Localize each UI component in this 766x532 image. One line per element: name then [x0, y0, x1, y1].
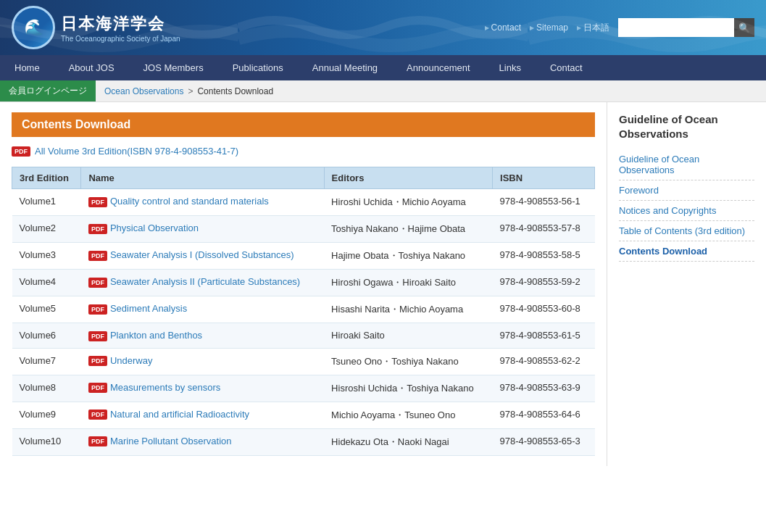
table-row: Volume9PDFNatural and artificial Radioac… — [12, 402, 595, 428]
table-row: Volume6PDFPlankton and BenthosHiroaki Sa… — [12, 323, 595, 349]
table-header-row: 3rd Edition Name Editors ISBN — [12, 167, 595, 189]
volume-link[interactable]: Sediment Analysis — [110, 303, 187, 314]
volume-link[interactable]: Marine Pollutant Observation — [110, 436, 232, 446]
cell-edition: Volume9 — [12, 402, 81, 428]
cell-editors: Hisroshi Uchida・Toshiya Nakano — [324, 375, 492, 402]
sidebar: Guideline of Ocean Observations Guidelin… — [607, 102, 766, 466]
pdf-icon: PDF — [88, 278, 107, 288]
cell-name: PDFSeawater Analysis II (Particulate Sub… — [81, 270, 324, 296]
content-area: Contents Download PDF All Volume 3rd Edi… — [0, 102, 607, 466]
table-row: Volume8PDFMeasurements by sensorsHisrosh… — [12, 375, 595, 402]
contact-link[interactable]: Contact — [485, 22, 521, 33]
pdf-icon: PDF — [88, 356, 107, 366]
pdf-icon: PDF — [88, 224, 107, 234]
pdf-icon: PDF — [88, 436, 107, 446]
sidebar-link[interactable]: Contents Download — [619, 241, 754, 262]
sidebar-link[interactable]: Foreword — [619, 180, 754, 201]
cell-editors: Toshiya Nakano・Hajime Obata — [324, 216, 492, 243]
cell-edition: Volume10 — [12, 428, 81, 455]
cell-name: PDFPlankton and Benthos — [81, 323, 324, 349]
all-volume-download[interactable]: All Volume 3rd Edition(ISBN 978-4-908553… — [35, 146, 238, 157]
col-isbn: ISBN — [493, 167, 595, 189]
volume-link[interactable]: Quality control and standard materials — [110, 196, 269, 207]
sidebar-title: Guideline of Ocean Observations — [619, 112, 754, 141]
cell-name: PDFUnderway — [81, 348, 324, 375]
member-login[interactable]: 会員ログインページ — [0, 80, 96, 101]
cell-name: PDFSediment Analysis — [81, 296, 324, 323]
breadcrumb-bar: 会員ログインページ Ocean Observations > Contents … — [0, 80, 766, 102]
nav-publications[interactable]: Publications — [218, 55, 298, 80]
cell-isbn: 978-4-908553-63-9 — [493, 375, 595, 402]
logo-icon — [12, 6, 55, 49]
volume-link[interactable]: Seawater Analysis II (Particulate Substa… — [110, 276, 300, 287]
cell-editors: Hidekazu Ota・Naoki Nagai — [324, 428, 492, 455]
volume-link[interactable]: Natural and artificial Radioactivity — [110, 409, 249, 420]
volume-link[interactable]: Plankton and Benthos — [110, 330, 202, 341]
cell-isbn: 978-4-908553-59-2 — [493, 270, 595, 296]
col-edition: 3rd Edition — [12, 167, 81, 189]
table-row: Volume2PDFPhysical ObservationToshiya Na… — [12, 216, 595, 243]
volume-link[interactable]: Physical Observation — [110, 223, 199, 233]
header-links: Contact Sitemap 日本語 — [485, 22, 609, 34]
breadcrumb-current: Contents Download — [197, 86, 273, 96]
pdf-icon-all: PDF — [12, 146, 30, 157]
volume-link[interactable]: Seawater Analysis I (Dissolved Substance… — [110, 249, 294, 260]
logo-text: 日本海洋学会 The Oceanographic Society of Japa… — [61, 13, 180, 43]
nav-annual-meeting[interactable]: Annual Meeting — [298, 55, 392, 80]
cell-edition: Volume3 — [12, 243, 81, 270]
sidebar-link[interactable]: Notices and Copyrights — [619, 201, 754, 221]
cell-editors: Hisashi Narita・Michio Aoyama — [324, 296, 492, 323]
pdf-icon: PDF — [88, 383, 107, 393]
nav-members[interactable]: JOS Members — [129, 55, 218, 80]
cell-name: PDFQuality control and standard material… — [81, 189, 324, 216]
cell-editors: Hiroshi Ogawa・Hiroaki Saito — [324, 270, 492, 296]
breadcrumb-sep: > — [188, 86, 193, 96]
cell-name: PDFMeasurements by sensors — [81, 375, 324, 402]
data-table: 3rd Edition Name Editors ISBN Volume1PDF… — [12, 167, 595, 456]
sitemap-link[interactable]: Sitemap — [530, 22, 568, 33]
volume-link[interactable]: Measurements by sensors — [110, 382, 220, 393]
nav-links[interactable]: Links — [485, 55, 536, 80]
table-row: Volume7PDFUnderwayTsuneo Ono・Toshiya Nak… — [12, 348, 595, 375]
sidebar-link[interactable]: Table of Contents (3rd edition) — [619, 221, 754, 241]
table-row: Volume5PDFSediment AnalysisHisashi Narit… — [12, 296, 595, 323]
cell-edition: Volume4 — [12, 270, 81, 296]
logo-en: The Oceanographic Society of Japan — [61, 35, 180, 43]
table-row: Volume10PDFMarine Pollutant ObservationH… — [12, 428, 595, 455]
cell-editors: Michio Aoyama・Tsuneo Ono — [324, 402, 492, 428]
nav-contact[interactable]: Contact — [536, 55, 597, 80]
header-right: Contact Sitemap 日本語 🔍 — [485, 18, 754, 37]
table-row: Volume3PDFSeawater Analysis I (Dissolved… — [12, 243, 595, 270]
cell-isbn: 978-4-908553-64-6 — [493, 402, 595, 428]
nav-home[interactable]: Home — [0, 55, 54, 80]
table-head: 3rd Edition Name Editors ISBN — [12, 167, 595, 189]
search-input[interactable] — [618, 18, 734, 37]
pdf-icon: PDF — [88, 331, 107, 341]
pdf-icon: PDF — [88, 304, 107, 315]
nav-announcement[interactable]: Announcement — [392, 55, 484, 80]
breadcrumb: Ocean Observations > Contents Download — [96, 82, 282, 101]
cell-isbn: 978-4-908553-65-3 — [493, 428, 595, 455]
cell-name: PDFPhysical Observation — [81, 216, 324, 243]
nav-about[interactable]: About JOS — [54, 55, 129, 80]
all-volume-link: PDF All Volume 3rd Edition(ISBN 978-4-90… — [12, 146, 595, 157]
japanese-link[interactable]: 日本語 — [577, 22, 609, 34]
table-row: Volume1PDFQuality control and standard m… — [12, 189, 595, 216]
cell-name: PDFSeawater Analysis I (Dissolved Substa… — [81, 243, 324, 270]
header: 日本海洋学会 The Oceanographic Society of Japa… — [0, 0, 766, 55]
cell-isbn: 978-4-908553-56-1 — [493, 189, 595, 216]
logo-area: 日本海洋学会 The Oceanographic Society of Japa… — [12, 6, 180, 49]
cell-editors: Hiroaki Saito — [324, 323, 492, 349]
sidebar-link[interactable]: Guideline of Ocean Observations — [619, 149, 754, 180]
table-body: Volume1PDFQuality control and standard m… — [12, 189, 595, 456]
cell-editors: Hiroshi Uchida・Michio Aoyama — [324, 189, 492, 216]
col-name: Name — [81, 167, 324, 189]
volume-link[interactable]: Underway — [110, 355, 153, 366]
cell-isbn: 978-4-908553-58-5 — [493, 243, 595, 270]
search-button[interactable]: 🔍 — [734, 18, 754, 37]
pdf-icon: PDF — [88, 410, 107, 420]
cell-edition: Volume1 — [12, 189, 81, 216]
breadcrumb-ocean-obs[interactable]: Ocean Observations — [104, 86, 183, 96]
cell-edition: Volume2 — [12, 216, 81, 243]
search-bar: 🔍 — [618, 18, 754, 37]
